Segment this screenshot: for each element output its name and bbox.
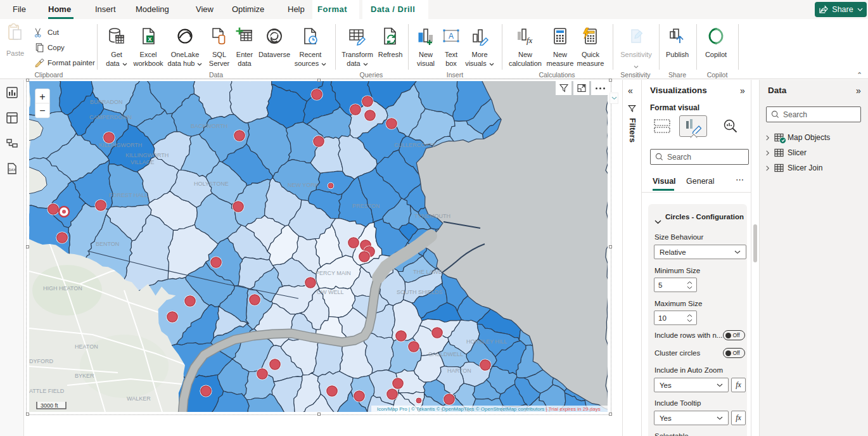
- svg-text:HIGH HEATON: HIGH HEATON: [43, 285, 82, 292]
- svg-text:BACKWORTH: BACKWORTH: [191, 123, 227, 129]
- svg-text:OW WELL: OW WELL: [317, 289, 344, 295]
- svg-text:BENTON: BENTON: [96, 241, 119, 247]
- svg-text:WALKER: WALKER: [127, 395, 151, 402]
- svg-text:DAX: DAX: [9, 168, 16, 172]
- svg-text:HOLYSTONE: HOLYSTONE: [194, 181, 229, 187]
- svg-text:FOREST HALL: FOREST HALL: [109, 192, 148, 198]
- svg-text:BYKER: BYKER: [75, 373, 94, 379]
- svg-text:3000 ft: 3000 ft: [41, 402, 58, 409]
- svg-text:DYFORD: DYFORD: [29, 358, 54, 364]
- svg-text:KILLINGWORTH: KILLINGWORTH: [125, 152, 169, 158]
- svg-text:SOUTH SHIELDS: SOUTH SHIELDS: [397, 289, 443, 295]
- svg-text:Icon/Map Pro | © Tekantis © Op: Icon/Map Pro | © Tekantis © OpenMapTiles…: [377, 406, 601, 412]
- svg-text:PRESTON: PRESTON: [352, 203, 380, 209]
- svg-text:KILLINGWORTH: KILLINGWORTH: [99, 142, 142, 148]
- svg-text:X: X: [148, 36, 151, 42]
- svg-text:HORSLEY HILL: HORSLEY HILL: [466, 338, 507, 345]
- svg-text:THE LAWE: THE LAWE: [413, 269, 442, 275]
- svg-text:A: A: [449, 32, 454, 41]
- svg-text:HARTON: HARTON: [447, 368, 471, 374]
- svg-text:PERCY MAIN: PERCY MAIN: [316, 270, 351, 276]
- svg-text:HEATON: HEATON: [75, 343, 98, 350]
- svg-text:−: −: [39, 105, 45, 116]
- svg-text:ATTLE FIELD: ATTLE FIELD: [29, 388, 65, 394]
- svg-text:+: +: [39, 91, 45, 102]
- svg-text:CAMPERDOWN: CAMPERDOWN: [89, 114, 132, 120]
- svg-text:NEW YORK: NEW YORK: [288, 182, 319, 188]
- svg-text:CAULDWELL: CAULDWELL: [428, 351, 463, 357]
- svg-text:VILLAGE: VILLAGE: [131, 159, 155, 165]
- svg-text:TYNEMOUTH: TYNEMOUTH: [414, 213, 450, 219]
- svg-text:fx: fx: [527, 35, 533, 45]
- svg-text:BURRADON: BURRADON: [90, 99, 123, 105]
- svg-text:CULLERCOATS: CULLERCOATS: [394, 142, 436, 148]
